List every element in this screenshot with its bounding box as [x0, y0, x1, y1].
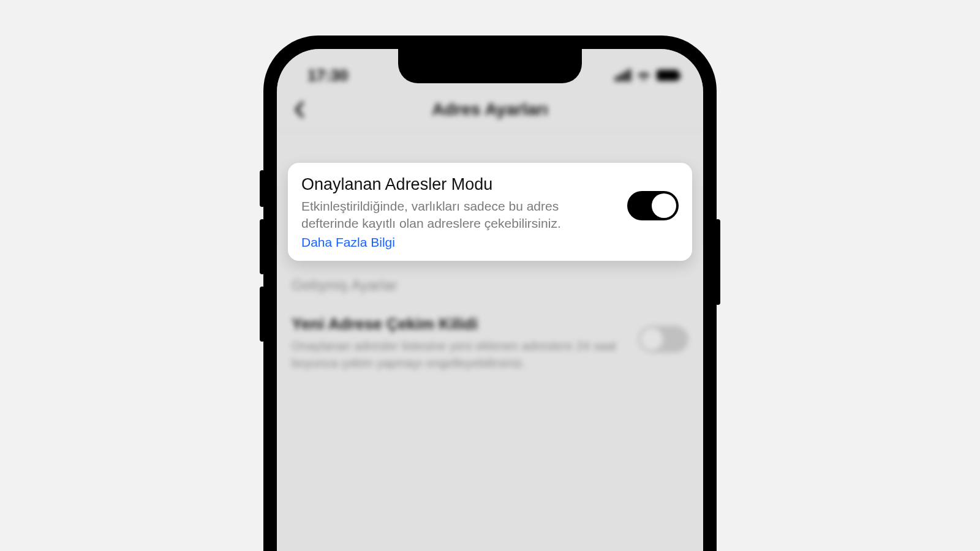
back-button[interactable] [288, 99, 310, 121]
card-description: Etkinleştirildiğinde, varlıkları sadece … [301, 198, 615, 233]
setting-title: Yeni Adrese Çekim Kilidi [292, 315, 626, 334]
withdrawal-lock-toggle[interactable] [638, 326, 688, 353]
side-button [260, 170, 265, 207]
side-button [715, 219, 720, 305]
status-time: 17:30 [307, 66, 349, 85]
page-title: Adres Ayarları [432, 100, 548, 119]
side-button [260, 219, 265, 274]
phone-frame: 17:30 Adres Ayarlar [263, 36, 717, 551]
status-icons [615, 69, 679, 81]
chevron-left-icon [293, 101, 304, 118]
approved-addresses-card: Onaylanan Adresler Modu Etkinleştirildiğ… [288, 163, 692, 261]
cellular-signal-icon [615, 69, 631, 81]
card-title: Onaylanan Adresler Modu [301, 175, 615, 194]
battery-icon [657, 70, 679, 81]
nav-header: Adres Ayarları [277, 88, 703, 131]
setting-withdrawal-lock: Yeni Adrese Çekim Kilidi Onaylanan adres… [277, 304, 703, 386]
setting-description: Onaylanan adresler listesine yeni eklene… [292, 337, 626, 372]
approved-addresses-toggle[interactable] [627, 191, 679, 220]
phone-notch [398, 49, 582, 83]
phone-screen: 17:30 Adres Ayarlar [277, 49, 703, 551]
learn-more-link[interactable]: Daha Fazla Bilgi [301, 235, 395, 250]
blurred-background: 17:30 Adres Ayarlar [277, 49, 703, 551]
app-canvas: 17:30 Adres Ayarlar [44, 0, 936, 502]
side-button [260, 287, 265, 342]
wifi-icon [636, 69, 652, 81]
